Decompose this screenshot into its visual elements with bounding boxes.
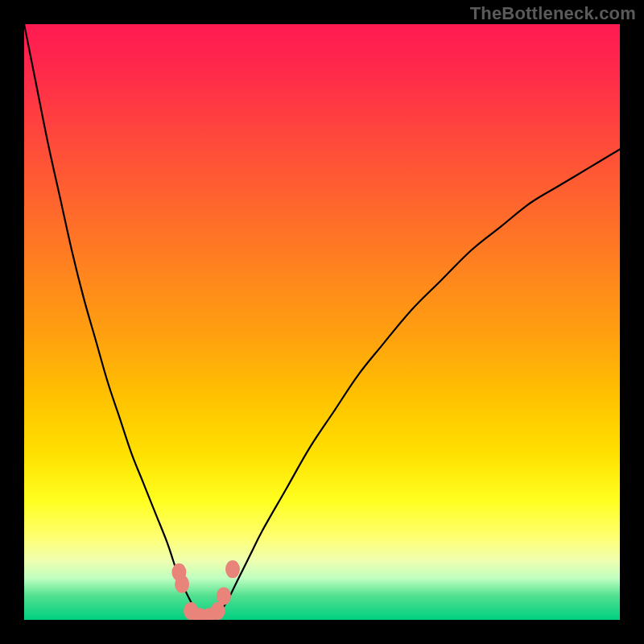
chart-stage: TheBottleneck.com: [0, 0, 644, 644]
right-curve: [215, 149, 620, 620]
plot-area: [24, 24, 620, 620]
watermark-text: TheBottleneck.com: [470, 3, 636, 24]
markers: [171, 560, 240, 620]
curve-layer: [24, 24, 620, 620]
marker-dot: [175, 576, 189, 593]
left-curve: [24, 24, 203, 620]
marker-dot: [225, 560, 240, 578]
marker-dot: [217, 587, 231, 605]
